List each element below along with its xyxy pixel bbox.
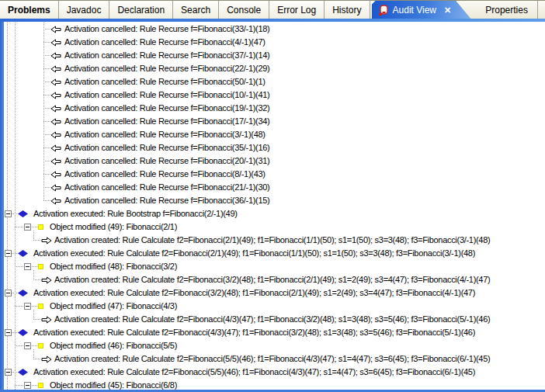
tree-elbow-line <box>43 42 50 43</box>
tree-row-label: Object modified (49): Fibonacci(2/1) <box>50 220 177 234</box>
diamond-icon <box>18 250 28 257</box>
tree-elbow-line <box>43 174 50 175</box>
arrow-left-icon <box>50 171 61 179</box>
arrow-right-icon <box>41 316 52 324</box>
arrow-left-icon <box>50 197 61 205</box>
tree-elbow-line <box>43 200 50 201</box>
view-left-border <box>0 22 4 392</box>
tree-row-label: Activation cancelled: Rule Recurse f=Fib… <box>64 115 269 128</box>
tree-row-activation-cancelled[interactable]: Activation cancelled: Rule Recurse f=Fib… <box>0 36 545 49</box>
collapse-minus-icon[interactable] <box>5 290 12 297</box>
view-tab-bar: ProblemsJavadocDeclarationSearchConsoleE… <box>0 0 545 19</box>
arrow-left-icon <box>50 184 61 192</box>
audit-view-icon <box>378 5 389 16</box>
tree-row-label: Activation cancelled: Rule Recurse f=Fib… <box>64 141 269 154</box>
tree-elbow-line <box>43 82 50 82</box>
tree-elbow-line <box>43 108 50 109</box>
tree-row-activation-cancelled[interactable]: Activation cancelled: Rule Recurse f=Fib… <box>0 154 545 168</box>
tree-row-object-modified[interactable]: Object modified (48): Fibonacci(3/2) <box>0 260 545 273</box>
arrow-right-icon <box>41 356 52 363</box>
audit-view-window: ProblemsJavadocDeclarationSearchConsoleE… <box>0 0 545 392</box>
arrow-left-icon <box>50 105 61 113</box>
tree-row-activation-cancelled[interactable]: Activation cancelled: Rule Recurse f=Fib… <box>0 168 545 181</box>
tree-row-activation-cancelled[interactable]: Activation cancelled: Rule Recurse f=Fib… <box>0 62 545 75</box>
square-icon <box>38 343 43 349</box>
tab-console[interactable]: Console <box>219 1 269 19</box>
tree-row-activation-cancelled[interactable]: Activation cancelled: Rule Recurse f=Fib… <box>0 115 545 128</box>
tree-elbow-line <box>15 227 24 227</box>
tab-problems[interactable]: Problems <box>0 1 59 19</box>
tree-row-label: Object modified (48): Fibonacci(3/2) <box>50 260 177 273</box>
active-tab-label: Audit View <box>393 5 436 16</box>
tree-row-activation-cancelled[interactable]: Activation cancelled: Rule Recurse f=Fib… <box>0 88 545 102</box>
tree-row-activation-cancelled[interactable]: Activation cancelled: Rule Recurse f=Fib… <box>0 102 545 115</box>
tab-audit-view[interactable]: Audit View ✕ <box>372 1 472 19</box>
tree-elbow-line <box>33 240 41 241</box>
square-icon <box>38 264 43 269</box>
tab-javadoc[interactable]: Javadoc <box>59 1 110 19</box>
tab-error-log[interactable]: Error Log <box>269 1 325 19</box>
collapse-minus-icon[interactable] <box>24 224 31 231</box>
tree-elbow-line <box>32 306 38 307</box>
tree-row-activation-executed[interactable]: Activation executed: Rule Calculate f2=F… <box>0 247 545 260</box>
tree-elbow-line <box>43 134 50 135</box>
tab-declaration[interactable]: Declaration <box>109 1 173 19</box>
tree-row-activation-created[interactable]: Activation created: Rule Calculate f2=Fi… <box>0 234 545 247</box>
tree-row-label: Activation executed: Rule Calculate f2=F… <box>33 247 475 260</box>
tree-row-object-modified[interactable]: Object modified (46): Fibonacci(5/5) <box>0 339 545 352</box>
collapse-minus-icon[interactable] <box>24 263 31 270</box>
collapse-minus-icon[interactable] <box>5 369 12 376</box>
tree-row-activation-executed[interactable]: Activation executed: Rule Calculate f2=F… <box>0 366 545 379</box>
tree-row-activation-cancelled[interactable]: Activation cancelled: Rule Recurse f=Fib… <box>0 128 545 141</box>
tree-row-activation-cancelled[interactable]: Activation cancelled: Rule Recurse f=Fib… <box>0 194 545 207</box>
tree-elbow-line <box>43 68 50 69</box>
tree-row-label: Activation cancelled: Rule Recurse f=Fib… <box>64 49 269 62</box>
tree-row-activation-created[interactable]: Activation created: Rule Calculate f2=Fi… <box>0 352 545 366</box>
collapse-minus-icon[interactable] <box>5 210 12 217</box>
tree-row-label: Activation cancelled: Rule Recurse f=Fib… <box>64 194 269 207</box>
tree-row-label: Activation cancelled: Rule Recurse f=Fib… <box>64 181 269 194</box>
tree-row-activation-created[interactable]: Activation created: Rule Calculate f2=Fi… <box>0 313 545 326</box>
collapse-minus-icon[interactable] <box>24 342 31 349</box>
diamond-icon <box>18 210 28 217</box>
diamond-icon <box>18 369 28 376</box>
tab-history[interactable]: History <box>325 1 370 19</box>
audit-log-tree[interactable]: Activation cancelled: Rule Recurse f=Fib… <box>0 23 545 392</box>
tree-row-activation-executed[interactable]: Activation executed: Rule Calculate f2=F… <box>0 326 545 339</box>
tree-elbow-line <box>43 187 50 188</box>
collapse-minus-icon[interactable] <box>5 329 12 336</box>
tree-row-label: Activation executed: Rule Calculate f2=F… <box>33 326 475 339</box>
tab-properties[interactable]: Properties <box>476 1 538 19</box>
collapse-minus-icon[interactable] <box>24 382 31 389</box>
tree-row-label: Activation executed: Rule Calculate f2=F… <box>33 286 475 300</box>
tab-search[interactable]: Search <box>173 1 219 19</box>
tree-row-object-modified[interactable]: Object modified (49): Fibonacci(2/1) <box>0 220 545 234</box>
close-icon[interactable]: ✕ <box>444 5 451 15</box>
tree-elbow-line <box>12 372 18 373</box>
arrow-right-icon <box>41 237 52 245</box>
tree-row-activation-cancelled[interactable]: Activation cancelled: Rule Recurse f=Fib… <box>0 75 545 88</box>
tree-row-object-modified[interactable]: Object modified (47): Fibonacci(4/3) <box>0 300 545 313</box>
tree-row-activation-cancelled[interactable]: Activation cancelled: Rule Recurse f=Fib… <box>0 141 545 154</box>
tree-elbow-line <box>32 385 38 386</box>
tree-row-activation-cancelled[interactable]: Activation cancelled: Rule Recurse f=Fib… <box>0 49 545 62</box>
collapse-minus-icon[interactable] <box>5 250 12 257</box>
arrow-left-icon <box>50 52 61 60</box>
tree-row-label: Activation created: Rule Calculate f2=Fi… <box>54 313 490 326</box>
tree-row-activation-executed[interactable]: Activation executed: Rule Calculate f2=F… <box>0 286 545 300</box>
tree-row-label: Activation executed: Rule Bootstrap f=Fi… <box>33 207 238 220</box>
square-icon <box>38 224 43 230</box>
tree-row-activation-executed[interactable]: Activation executed: Rule Bootstrap f=Fi… <box>0 207 545 220</box>
collapse-minus-icon[interactable] <box>24 303 31 310</box>
tree-row-activation-created[interactable]: Activation created: Rule Calculate f2=Fi… <box>0 273 545 286</box>
tree-row-label: Object modified (46): Fibonacci(5/5) <box>50 339 177 352</box>
tree-row-activation-cancelled[interactable]: Activation cancelled: Rule Recurse f=Fib… <box>0 23 545 36</box>
tree-row-activation-cancelled[interactable]: Activation cancelled: Rule Recurse f=Fib… <box>0 181 545 194</box>
arrow-left-icon <box>50 78 61 86</box>
arrow-left-icon <box>50 92 61 99</box>
tree-row-label: Activation created: Rule Calculate f2=Fi… <box>54 352 490 366</box>
tree-row-label: Object modified (47): Fibonacci(4/3) <box>50 300 177 313</box>
tree-elbow-line <box>43 95 50 95</box>
tab-properties-label: Properties <box>485 5 528 16</box>
tree-row-label: Activation cancelled: Rule Recurse f=Fib… <box>64 88 269 102</box>
